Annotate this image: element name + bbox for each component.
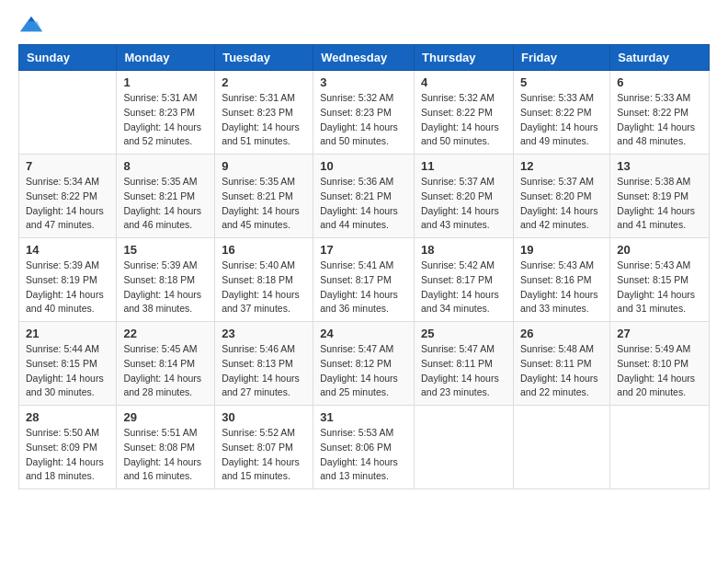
weekday-header: Saturday bbox=[610, 45, 710, 71]
calendar-cell: 28Sunrise: 5:50 AMSunset: 8:09 PMDayligh… bbox=[19, 406, 117, 489]
day-number: 11 bbox=[421, 159, 506, 173]
calendar-week-row: 7Sunrise: 5:34 AMSunset: 8:22 PMDaylight… bbox=[19, 155, 710, 238]
calendar-cell: 6Sunrise: 5:33 AMSunset: 8:22 PMDaylight… bbox=[610, 71, 710, 155]
day-number: 7 bbox=[26, 159, 109, 173]
day-info: Sunrise: 5:44 AMSunset: 8:15 PMDaylight:… bbox=[26, 342, 109, 400]
calendar-cell: 14Sunrise: 5:39 AMSunset: 8:19 PMDayligh… bbox=[19, 238, 117, 322]
day-info: Sunrise: 5:35 AMSunset: 8:21 PMDaylight:… bbox=[222, 175, 306, 233]
day-info: Sunrise: 5:33 AMSunset: 8:22 PMDaylight:… bbox=[520, 91, 603, 149]
weekday-header: Tuesday bbox=[215, 45, 313, 71]
day-info: Sunrise: 5:43 AMSunset: 8:15 PMDaylight:… bbox=[617, 259, 702, 316]
calendar-body: 1Sunrise: 5:31 AMSunset: 8:23 PMDaylight… bbox=[19, 71, 710, 489]
day-info: Sunrise: 5:50 AMSunset: 8:09 PMDaylight:… bbox=[26, 426, 109, 484]
day-info: Sunrise: 5:31 AMSunset: 8:23 PMDaylight:… bbox=[123, 91, 208, 149]
calendar-week-row: 28Sunrise: 5:50 AMSunset: 8:09 PMDayligh… bbox=[19, 406, 710, 489]
day-number: 10 bbox=[320, 159, 407, 173]
day-number: 27 bbox=[617, 327, 702, 340]
day-number: 3 bbox=[320, 75, 407, 89]
day-info: Sunrise: 5:46 AMSunset: 8:13 PMDaylight:… bbox=[222, 342, 306, 400]
day-number: 31 bbox=[320, 410, 407, 424]
calendar-cell: 5Sunrise: 5:33 AMSunset: 8:22 PMDaylight… bbox=[513, 71, 609, 155]
calendar-cell: 18Sunrise: 5:42 AMSunset: 8:17 PMDayligh… bbox=[415, 238, 514, 322]
calendar-cell bbox=[513, 406, 609, 489]
day-info: Sunrise: 5:48 AMSunset: 8:11 PMDaylight:… bbox=[520, 342, 603, 400]
day-number: 19 bbox=[520, 243, 603, 257]
calendar-cell: 21Sunrise: 5:44 AMSunset: 8:15 PMDayligh… bbox=[19, 322, 117, 406]
calendar-cell: 29Sunrise: 5:51 AMSunset: 8:08 PMDayligh… bbox=[117, 406, 215, 489]
weekday-header: Sunday bbox=[19, 45, 117, 71]
calendar-week-row: 14Sunrise: 5:39 AMSunset: 8:19 PMDayligh… bbox=[19, 238, 710, 322]
calendar-cell: 31Sunrise: 5:53 AMSunset: 8:06 PMDayligh… bbox=[313, 406, 415, 489]
calendar-cell: 17Sunrise: 5:41 AMSunset: 8:17 PMDayligh… bbox=[313, 238, 415, 322]
calendar-header: SundayMondayTuesdayWednesdayThursdayFrid… bbox=[19, 45, 710, 71]
svg-marker-1 bbox=[20, 21, 42, 31]
day-info: Sunrise: 5:31 AMSunset: 8:23 PMDaylight:… bbox=[222, 91, 306, 149]
day-info: Sunrise: 5:39 AMSunset: 8:18 PMDaylight:… bbox=[123, 259, 208, 316]
day-info: Sunrise: 5:38 AMSunset: 8:19 PMDaylight:… bbox=[617, 175, 702, 233]
day-info: Sunrise: 5:45 AMSunset: 8:14 PMDaylight:… bbox=[123, 342, 208, 400]
weekday-header: Thursday bbox=[415, 45, 514, 71]
calendar-week-row: 21Sunrise: 5:44 AMSunset: 8:15 PMDayligh… bbox=[19, 322, 710, 406]
day-number: 28 bbox=[26, 410, 109, 424]
calendar-cell: 26Sunrise: 5:48 AMSunset: 8:11 PMDayligh… bbox=[513, 322, 609, 406]
calendar-cell bbox=[415, 406, 514, 489]
day-info: Sunrise: 5:37 AMSunset: 8:20 PMDaylight:… bbox=[520, 175, 603, 233]
calendar-cell bbox=[610, 406, 710, 489]
calendar-cell: 8Sunrise: 5:35 AMSunset: 8:21 PMDaylight… bbox=[117, 155, 215, 238]
calendar-cell: 11Sunrise: 5:37 AMSunset: 8:20 PMDayligh… bbox=[415, 155, 514, 238]
day-info: Sunrise: 5:43 AMSunset: 8:16 PMDaylight:… bbox=[520, 259, 603, 316]
day-info: Sunrise: 5:47 AMSunset: 8:12 PMDaylight:… bbox=[320, 342, 407, 400]
calendar-cell: 15Sunrise: 5:39 AMSunset: 8:18 PMDayligh… bbox=[117, 238, 215, 322]
day-info: Sunrise: 5:32 AMSunset: 8:22 PMDaylight:… bbox=[421, 91, 506, 149]
logo-icon bbox=[18, 15, 44, 35]
day-number: 26 bbox=[520, 327, 603, 340]
weekday-header: Wednesday bbox=[313, 45, 415, 71]
day-info: Sunrise: 5:47 AMSunset: 8:11 PMDaylight:… bbox=[421, 342, 506, 400]
calendar-cell: 9Sunrise: 5:35 AMSunset: 8:21 PMDaylight… bbox=[215, 155, 313, 238]
day-number: 30 bbox=[222, 410, 306, 424]
header bbox=[18, 15, 710, 35]
calendar-cell: 7Sunrise: 5:34 AMSunset: 8:22 PMDaylight… bbox=[19, 155, 117, 238]
calendar-cell: 20Sunrise: 5:43 AMSunset: 8:15 PMDayligh… bbox=[610, 238, 710, 322]
day-info: Sunrise: 5:39 AMSunset: 8:19 PMDaylight:… bbox=[26, 259, 109, 316]
day-number: 21 bbox=[26, 327, 109, 340]
day-info: Sunrise: 5:49 AMSunset: 8:10 PMDaylight:… bbox=[617, 342, 702, 400]
day-number: 6 bbox=[617, 75, 702, 89]
calendar-cell: 23Sunrise: 5:46 AMSunset: 8:13 PMDayligh… bbox=[215, 322, 313, 406]
calendar-cell bbox=[19, 71, 117, 155]
day-number: 2 bbox=[222, 75, 306, 89]
calendar-cell: 3Sunrise: 5:32 AMSunset: 8:23 PMDaylight… bbox=[313, 71, 415, 155]
calendar-cell: 12Sunrise: 5:37 AMSunset: 8:20 PMDayligh… bbox=[513, 155, 609, 238]
day-number: 14 bbox=[26, 243, 109, 257]
calendar-cell: 24Sunrise: 5:47 AMSunset: 8:12 PMDayligh… bbox=[313, 322, 415, 406]
day-info: Sunrise: 5:42 AMSunset: 8:17 PMDaylight:… bbox=[421, 259, 506, 316]
calendar-cell: 27Sunrise: 5:49 AMSunset: 8:10 PMDayligh… bbox=[610, 322, 710, 406]
day-info: Sunrise: 5:53 AMSunset: 8:06 PMDaylight:… bbox=[320, 426, 407, 484]
weekday-header: Monday bbox=[117, 45, 215, 71]
day-info: Sunrise: 5:52 AMSunset: 8:07 PMDaylight:… bbox=[222, 426, 306, 484]
calendar-cell: 16Sunrise: 5:40 AMSunset: 8:18 PMDayligh… bbox=[215, 238, 313, 322]
day-info: Sunrise: 5:34 AMSunset: 8:22 PMDaylight:… bbox=[26, 175, 109, 233]
day-number: 22 bbox=[123, 327, 208, 340]
day-info: Sunrise: 5:37 AMSunset: 8:20 PMDaylight:… bbox=[421, 175, 506, 233]
day-info: Sunrise: 5:36 AMSunset: 8:21 PMDaylight:… bbox=[320, 175, 407, 233]
calendar-cell: 25Sunrise: 5:47 AMSunset: 8:11 PMDayligh… bbox=[415, 322, 514, 406]
calendar-cell: 4Sunrise: 5:32 AMSunset: 8:22 PMDaylight… bbox=[415, 71, 514, 155]
day-number: 24 bbox=[320, 327, 407, 340]
calendar-cell: 1Sunrise: 5:31 AMSunset: 8:23 PMDaylight… bbox=[117, 71, 215, 155]
day-number: 13 bbox=[617, 159, 702, 173]
calendar-cell: 13Sunrise: 5:38 AMSunset: 8:19 PMDayligh… bbox=[610, 155, 710, 238]
calendar-week-row: 1Sunrise: 5:31 AMSunset: 8:23 PMDaylight… bbox=[19, 71, 710, 155]
day-info: Sunrise: 5:35 AMSunset: 8:21 PMDaylight:… bbox=[123, 175, 208, 233]
day-number: 29 bbox=[123, 410, 208, 424]
calendar-cell: 22Sunrise: 5:45 AMSunset: 8:14 PMDayligh… bbox=[117, 322, 215, 406]
day-info: Sunrise: 5:33 AMSunset: 8:22 PMDaylight:… bbox=[617, 91, 702, 149]
day-number: 17 bbox=[320, 243, 407, 257]
weekday-header: Friday bbox=[513, 45, 609, 71]
day-number: 12 bbox=[520, 159, 603, 173]
day-info: Sunrise: 5:40 AMSunset: 8:18 PMDaylight:… bbox=[222, 259, 306, 316]
day-number: 5 bbox=[520, 75, 603, 89]
day-number: 9 bbox=[222, 159, 306, 173]
day-number: 4 bbox=[421, 75, 506, 89]
calendar-cell: 19Sunrise: 5:43 AMSunset: 8:16 PMDayligh… bbox=[513, 238, 609, 322]
